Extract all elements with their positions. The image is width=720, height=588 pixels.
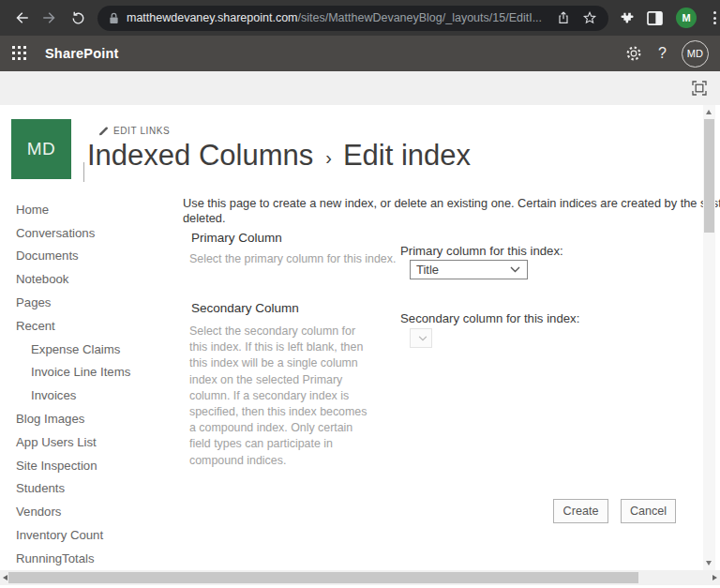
screen: matthewdevaney.sharepoint.com/sites/Matt…	[0, 0, 720, 588]
sidebar-item-students[interactable]: Students	[16, 477, 175, 501]
title-divider	[83, 162, 84, 182]
sidebar-item-blog-images[interactable]: Blog Images	[16, 407, 175, 430]
sidebar-item-expense-claims[interactable]: Expense Claims	[16, 338, 175, 361]
reload-icon[interactable]	[64, 4, 92, 32]
secondary-column-field-label: Secondary column for this index:	[400, 311, 579, 325]
scroll-left-icon[interactable]	[3, 575, 8, 580]
sidebar-item-vendors[interactable]: Vendors	[16, 500, 175, 523]
chevron-down-icon	[418, 336, 428, 341]
scroll-right-icon[interactable]	[712, 575, 717, 580]
primary-column-description: Select the primary column for this index…	[189, 251, 396, 267]
scroll-down-icon[interactable]	[706, 561, 712, 565]
site-logo[interactable]: MD	[11, 119, 71, 179]
sidebar-item-home[interactable]: Home	[16, 198, 175, 221]
settings-gear-icon[interactable]	[624, 44, 643, 63]
primary-column-select-value: Title	[416, 263, 439, 277]
page-description: Use this page to create a new index, or …	[183, 196, 720, 226]
app-launcher-icon[interactable]	[12, 46, 28, 62]
command-strip	[0, 71, 720, 105]
page-description-line1: Use this page to create a new index, or …	[183, 196, 720, 211]
suite-bar-right: ? MD	[624, 40, 709, 68]
sidebar-item-invoices[interactable]: Invoices	[16, 384, 175, 407]
cancel-button[interactable]: Cancel	[621, 499, 676, 523]
sidebar-item-documents[interactable]: Documents	[16, 245, 175, 268]
browser-menu-icon[interactable]	[710, 11, 720, 24]
forward-icon[interactable]	[36, 4, 64, 32]
account-avatar[interactable]: MD	[682, 40, 709, 68]
chevron-down-icon	[510, 266, 520, 273]
secondary-column-select[interactable]	[410, 328, 432, 348]
primary-column-select[interactable]: Title	[410, 260, 528, 279]
lock-icon	[109, 12, 119, 24]
sidebar-item-site-inspection[interactable]: Site Inspection	[16, 454, 175, 477]
edit-pencil-icon	[98, 126, 109, 136]
page-description-line2: deleted.	[183, 211, 720, 226]
extensions-icon[interactable]	[618, 10, 634, 26]
scroll-up-icon[interactable]	[706, 110, 712, 114]
page-content: MD EDIT LINKS Indexed Columns › Edit ind…	[0, 105, 720, 588]
back-icon[interactable]	[8, 4, 36, 32]
suite-brand[interactable]: SharePoint	[45, 46, 119, 61]
sidebar-item-conversations[interactable]: Conversations	[16, 221, 175, 245]
sidebar-item-invoice-line-items[interactable]: Invoice Line Items	[16, 361, 175, 384]
edit-links-label: EDIT LINKS	[113, 126, 170, 136]
bookmark-star-icon[interactable]	[582, 10, 597, 25]
vertical-scrollbar[interactable]	[703, 105, 715, 570]
browser-profile-avatar[interactable]: M	[676, 8, 697, 28]
url-path: /sites/MatthewDevaneyBlog/_layouts/15/Ed…	[298, 11, 543, 24]
focus-mode-icon[interactable]	[691, 80, 708, 97]
address-bar[interactable]: matthewdevaney.sharepoint.com/sites/Matt…	[98, 6, 608, 31]
page-title: Indexed Columns › Edit index	[87, 139, 471, 173]
primary-column-field-label: Primary column for this index:	[400, 244, 563, 258]
sidebar-item-inventory-count[interactable]: Inventory Count	[16, 523, 175, 547]
sidebar-item-app-users-list[interactable]: App Users List	[16, 430, 175, 454]
breadcrumb-site-title[interactable]: Indexed Columns	[87, 139, 313, 173]
sidebar-item-notebook[interactable]: Notebook	[16, 267, 175, 291]
browser-toolbar: matthewdevaney.sharepoint.com/sites/Matt…	[0, 0, 720, 36]
suite-bar: SharePoint ? MD	[0, 36, 720, 71]
vertical-scrollbar-thumb[interactable]	[704, 119, 714, 233]
secondary-column-heading: Secondary Column	[191, 301, 299, 315]
share-icon[interactable]	[556, 10, 571, 25]
primary-column-heading: Primary Column	[191, 231, 282, 245]
breadcrumb-separator-icon: ›	[325, 147, 332, 169]
url-domain: matthewdevaney.sharepoint.com	[127, 11, 298, 24]
sidebar-nav: Home Conversations Documents Notebook Pa…	[16, 198, 175, 570]
help-icon[interactable]: ?	[658, 45, 667, 62]
sidebar-item-runningtotals[interactable]: RunningTotals	[16, 547, 175, 570]
horizontal-scrollbar-thumb[interactable]	[8, 572, 638, 583]
side-panel-icon[interactable]	[647, 11, 663, 25]
edit-links-button[interactable]: EDIT LINKS	[98, 126, 170, 136]
toolbar-right: M	[618, 8, 720, 28]
breadcrumb-page-title: Edit index	[343, 139, 471, 173]
url-text: matthewdevaney.sharepoint.com/sites/Matt…	[127, 11, 545, 24]
sidebar-item-recent[interactable]: Recent	[16, 314, 175, 338]
secondary-column-description: Select the secondary column for this ind…	[189, 324, 374, 469]
sidebar-item-pages[interactable]: Pages	[16, 291, 175, 314]
horizontal-scrollbar[interactable]	[0, 570, 720, 585]
create-button[interactable]: Create	[553, 499, 608, 523]
